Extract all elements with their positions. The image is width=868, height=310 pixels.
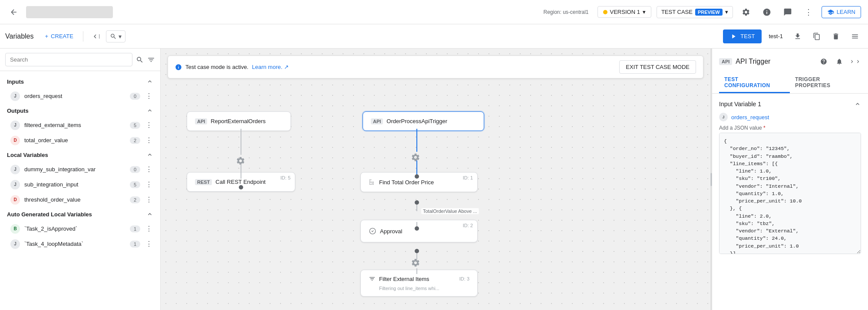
inputs-title: Inputs: [7, 78, 24, 85]
collapse-bar: |: [99, 34, 100, 39]
var-type-small-badge: J: [719, 113, 728, 121]
var-menu-icon[interactable]: ⋮: [145, 224, 153, 234]
info-button[interactable]: [759, 4, 775, 20]
var-menu-icon[interactable]: ⋮: [145, 91, 153, 101]
canvas-area[interactable]: Test case mode is active. Learn more. ↗ …: [161, 49, 710, 310]
gear-connector-2[interactable]: [411, 153, 420, 162]
var-menu-icon[interactable]: ⋮: [145, 179, 153, 189]
topbar: Region: us-central1 VERSION 1 ▾ TEST CAS…: [0, 0, 868, 24]
local-vars-chevron-icon: [146, 151, 153, 158]
search-input[interactable]: [5, 53, 132, 66]
var-menu-icon[interactable]: ⋮: [145, 164, 153, 174]
var-type-badge: D: [10, 136, 20, 145]
order-process-api-trigger-node[interactable]: API OrderProcessApiTrigger: [363, 111, 484, 131]
var-menu-icon[interactable]: ⋮: [145, 120, 153, 130]
back-button[interactable]: [7, 5, 21, 19]
var-type-badge: B: [10, 224, 20, 234]
auto-vars-chevron-icon: [146, 211, 153, 218]
more-icon: ⋮: [805, 7, 812, 17]
auto-vars-title: Auto Generated Local Variables: [7, 211, 92, 218]
approval-node[interactable]: Approval ID: 2: [360, 220, 478, 242]
version-button[interactable]: VERSION 1 ▾: [597, 6, 651, 18]
learn-label: LEARN: [837, 9, 855, 15]
gear-connector-3[interactable]: [411, 258, 420, 268]
outputs-section-header[interactable]: Outputs: [0, 104, 160, 117]
copy-button[interactable]: [809, 29, 825, 44]
var-menu-icon[interactable]: ⋮: [145, 135, 153, 145]
input-var-chevron-icon[interactable]: [854, 101, 861, 108]
required-star: *: [763, 125, 766, 131]
filter-icon[interactable]: [147, 56, 155, 64]
var-label: orders_request: [731, 114, 769, 121]
inputs-chevron-icon: [146, 78, 153, 85]
var-count: 1: [130, 225, 140, 232]
test-case-label: TEST CASE: [661, 9, 693, 15]
input-var-header: Input Variable 1: [719, 101, 861, 108]
vars-content: Inputs J orders_request 0 ⋮ Outputs J fi…: [0, 71, 160, 310]
var-count: 5: [130, 181, 140, 188]
test-name: test-1: [765, 33, 786, 39]
learn-button[interactable]: LEARN: [822, 6, 861, 18]
json-textarea[interactable]: { "order_no": "12345", "buyer_id": "raam…: [719, 133, 861, 254]
rp-title-row: API API Trigger: [719, 55, 861, 73]
var-count: 0: [130, 93, 140, 100]
collapse-panel-button[interactable]: |: [89, 29, 102, 43]
delete-button[interactable]: [828, 29, 844, 44]
json-label: Add a JSON value *: [719, 125, 861, 131]
var-menu-icon[interactable]: ⋮: [145, 195, 153, 205]
gear-connector-1[interactable]: [236, 156, 245, 166]
var-count: 2: [130, 196, 140, 203]
find-total-order-price-node[interactable]: Find Total Order Price ID: 1: [360, 172, 478, 192]
expand-button[interactable]: [849, 55, 861, 68]
zoom-button[interactable]: ▾: [106, 30, 125, 42]
node-title: Approval: [380, 228, 402, 235]
chat-button[interactable]: [780, 4, 795, 20]
more-button[interactable]: ⋮: [801, 4, 816, 20]
bell-button[interactable]: [833, 55, 845, 68]
tab-test-configuration[interactable]: TEST CONFIGURATION: [719, 73, 790, 93]
download-button[interactable]: [790, 29, 805, 44]
banner-left: Test case mode is active. Learn more. ↗: [175, 64, 289, 71]
variables-title: Variables: [5, 33, 34, 40]
auto-vars-section-header[interactable]: Auto Generated Local Variables: [0, 207, 160, 221]
info-icon: [175, 64, 182, 71]
node-title: ReportExternalOrders: [211, 118, 265, 124]
exit-test-case-button[interactable]: EXIT TEST CASE MODE: [619, 60, 696, 74]
svg-point-10: [415, 200, 419, 205]
test-run-label: TEST: [740, 33, 755, 39]
rp-tabs: TEST CONFIGURATION TRIGGER PROPERTIES: [719, 73, 861, 93]
node-type-label: REST: [195, 179, 212, 185]
help-button[interactable]: [818, 55, 830, 68]
preview-badge: PREVIEW: [695, 9, 723, 16]
test-run-button[interactable]: TEST: [723, 29, 762, 43]
search-bar: [0, 49, 160, 71]
tab-trigger-properties[interactable]: TRIGGER PROPERTIES: [790, 73, 861, 93]
rp-content: Input Variable 1 J orders_request Add a …: [712, 94, 868, 310]
report-external-orders-node[interactable]: API ReportExternalOrders: [187, 111, 291, 131]
var-name: total_order_value: [24, 137, 125, 144]
menu-button[interactable]: [847, 29, 863, 44]
node-type-label: API: [195, 118, 207, 124]
node-title: Filter External Items: [379, 276, 429, 282]
settings-button[interactable]: [738, 4, 754, 20]
local-vars-section-header[interactable]: Local Variables: [0, 148, 160, 162]
region-label: Region: us-central1: [543, 9, 588, 15]
node-icon: [369, 179, 376, 186]
node-id: ID: 2: [463, 223, 473, 228]
call-rest-endpoint-node[interactable]: REST Call REST Endpoint ID: 5: [187, 172, 295, 192]
create-label: CREATE: [51, 33, 73, 39]
var-type-badge: J: [10, 239, 20, 249]
create-button[interactable]: + CREATE: [41, 30, 78, 42]
list-item: J sub_integration_input 5 ⋮: [0, 177, 160, 192]
panel-divider: [710, 49, 712, 310]
filter-external-items-node[interactable]: Filter External Items ID: 3 Filtering ou…: [360, 270, 478, 297]
var-menu-icon[interactable]: ⋮: [145, 239, 153, 249]
inputs-section-header[interactable]: Inputs: [0, 75, 160, 88]
test-case-button[interactable]: TEST CASE PREVIEW ▾: [657, 6, 733, 18]
list-item: J orders_request 0 ⋮: [0, 88, 160, 104]
main-layout: Inputs J orders_request 0 ⋮ Outputs J fi…: [0, 49, 868, 310]
create-icon: +: [45, 33, 49, 39]
api-badge: API: [719, 58, 732, 65]
learn-more-link[interactable]: Learn more. ↗: [252, 64, 289, 70]
var-count: 2: [130, 137, 140, 144]
